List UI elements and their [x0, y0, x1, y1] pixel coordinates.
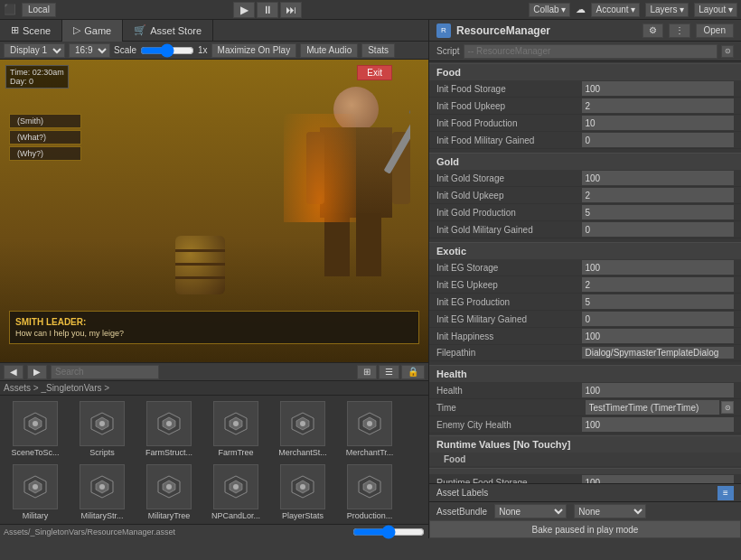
- pause-button[interactable]: ⏸: [257, 2, 278, 18]
- section-header-health[interactable]: Health: [429, 365, 741, 382]
- asset-view-list-button[interactable]: ☰: [379, 365, 399, 379]
- asset-zoom-slider[interactable]: [352, 527, 425, 537]
- asset-item-7[interactable]: MilitaryStr...: [70, 462, 134, 522]
- resolution-selector[interactable]: 16:9: [69, 43, 110, 58]
- asset-item-4[interactable]: MerchantSt...: [271, 399, 334, 459]
- prop-label: Init EG Storage: [436, 263, 582, 273]
- prop-value-input[interactable]: [582, 260, 735, 275]
- settings-button[interactable]: ⚙: [643, 23, 663, 38]
- play-button[interactable]: ▶: [233, 2, 255, 18]
- asset-item-5[interactable]: MerchantTr...: [338, 399, 401, 459]
- prop-value-input[interactable]: [582, 81, 735, 96]
- prop-row-3: Init Food Military Gained: [429, 132, 741, 149]
- dialogue-item-2[interactable]: (Why?): [9, 146, 81, 161]
- asset-icon-3: [213, 401, 258, 446]
- unity-logo-icon: ⬛: [4, 4, 16, 15]
- asset-label-11: Production...: [340, 511, 399, 520]
- inspector-body: FoodInit Food StorageInit Food UpkeepIni…: [429, 61, 741, 483]
- npc-figure: [302, 87, 410, 294]
- forward-button[interactable]: ▶: [27, 365, 47, 379]
- prop-value-input[interactable]: [582, 312, 735, 326]
- barrel: [175, 236, 225, 294]
- tab-scene[interactable]: ⊞ Scene: [0, 20, 62, 42]
- prop-row-3: Init Gold Military Gained: [429, 221, 741, 238]
- asset-status-text: Assets/_SingletonVars/ResourceManager.as…: [4, 527, 175, 537]
- tab-asset-store[interactable]: 🛒 Asset Store: [123, 20, 213, 42]
- prop-row-4: Init Happiness: [429, 328, 741, 345]
- prop-value-input[interactable]: [582, 222, 735, 237]
- asset-item-0[interactable]: SceneToSc...: [4, 399, 67, 459]
- asset-item-3[interactable]: FarmTree: [204, 399, 267, 459]
- prop-select-button[interactable]: ⊙: [721, 401, 734, 414]
- inspector-header: R ResourceManager ⚙ ⋮ Open: [429, 20, 741, 42]
- prop-value-input[interactable]: [582, 475, 735, 483]
- prop-value-input[interactable]: [582, 133, 735, 147]
- layers-button[interactable]: Layers ▾: [645, 3, 689, 17]
- asset-bundle-select-1[interactable]: None: [494, 504, 567, 518]
- prop-label: Init Food Military Gained: [436, 135, 582, 145]
- dialogue-item-0[interactable]: (Smith): [9, 114, 81, 128]
- prop-row-1: Init Food Upkeep: [429, 98, 741, 115]
- inspector-menu-button[interactable]: ⋮: [669, 23, 690, 38]
- svg-point-32: [300, 484, 305, 490]
- asset-bundle-label: AssetBundle: [436, 507, 487, 517]
- script-select-button[interactable]: ⊙: [721, 45, 734, 58]
- prop-row-0: Runtime Food Storage: [429, 474, 741, 483]
- prop-label: Init Happiness: [436, 331, 582, 341]
- back-button[interactable]: ◀: [4, 365, 23, 379]
- section-header-food[interactable]: Food: [429, 63, 741, 80]
- asset-item-9[interactable]: NPCandLor...: [204, 462, 267, 522]
- prop-value-input[interactable]: [582, 188, 735, 202]
- prop-value-input[interactable]: [582, 98, 735, 113]
- display-selector[interactable]: Display 1: [4, 43, 65, 58]
- bake-button[interactable]: Bake paused in play mode: [429, 520, 741, 538]
- layout-button[interactable]: Layout ▾: [694, 3, 737, 17]
- maximize-button[interactable]: Maximize On Play: [211, 43, 297, 58]
- prop-value-input[interactable]: [582, 205, 735, 219]
- prop-value-input[interactable]: [582, 329, 735, 343]
- prop-value-input[interactable]: [582, 171, 735, 185]
- prop-label: Init Gold Military Gained: [436, 225, 582, 235]
- barrel-band-3: [175, 276, 225, 279]
- prop-value-input[interactable]: [582, 277, 735, 292]
- script-field[interactable]: [464, 44, 718, 59]
- local-button[interactable]: Local: [22, 3, 56, 17]
- prop-value-input[interactable]: [582, 116, 735, 130]
- asset-item-6[interactable]: Military: [4, 462, 67, 522]
- open-button[interactable]: Open: [696, 23, 734, 38]
- prop-value-input[interactable]: [582, 294, 735, 309]
- prop-row-1: Time⊙: [429, 399, 741, 416]
- asset-item-8[interactable]: MilitaryTree: [137, 462, 201, 522]
- section-header-gold[interactable]: Gold: [429, 153, 741, 170]
- section-header-[interactable]: [429, 468, 741, 474]
- scale-slider[interactable]: [140, 45, 194, 56]
- asset-bundle-select-2[interactable]: None: [574, 504, 646, 518]
- asset-search-input[interactable]: [51, 365, 159, 379]
- asset-item-1[interactable]: Scripts: [70, 399, 134, 459]
- scene-background: Time: 02:30am Day: 0 Exit (Smith) (What?…: [0, 60, 428, 362]
- asset-view-icon-button[interactable]: ⊞: [357, 365, 377, 379]
- section-header-exotic[interactable]: Exotic: [429, 242, 741, 259]
- prop-value-input[interactable]: [582, 417, 735, 432]
- time-display: Time: 02:30am Day: 0: [5, 65, 69, 89]
- tab-game[interactable]: ▷ Game: [62, 20, 123, 42]
- step-button[interactable]: ⏭: [280, 2, 302, 18]
- mute-button[interactable]: Mute Audio: [300, 43, 358, 58]
- asset-labels-button[interactable]: ≡: [718, 486, 734, 500]
- asset-item-10[interactable]: PlayerStats: [271, 462, 334, 522]
- account-button[interactable]: Account ▾: [591, 3, 640, 17]
- asset-lock-button[interactable]: 🔒: [401, 365, 425, 379]
- section-header-runtime[interactable]: Runtime Values [No Touchy]: [429, 435, 741, 453]
- npc-area: [266, 78, 410, 294]
- stats-button[interactable]: Stats: [361, 43, 395, 58]
- prop-value-input[interactable]: [586, 400, 720, 415]
- collab-button[interactable]: Collab ▾: [529, 3, 570, 17]
- prop-row-1: Init EG Upkeep: [429, 276, 741, 294]
- asset-view-controls: ⊞ ☰ 🔒: [357, 365, 425, 379]
- prop-value-input[interactable]: [582, 383, 735, 397]
- breadcrumb-text: Assets > _SingletonVars >: [4, 383, 109, 393]
- asset-item-2[interactable]: FarmStruct...: [137, 399, 201, 459]
- dialogue-item-1[interactable]: (What?): [9, 130, 81, 145]
- asset-item-11[interactable]: Production...: [338, 462, 401, 522]
- asset-bundle-bar: AssetBundle None None: [429, 502, 741, 520]
